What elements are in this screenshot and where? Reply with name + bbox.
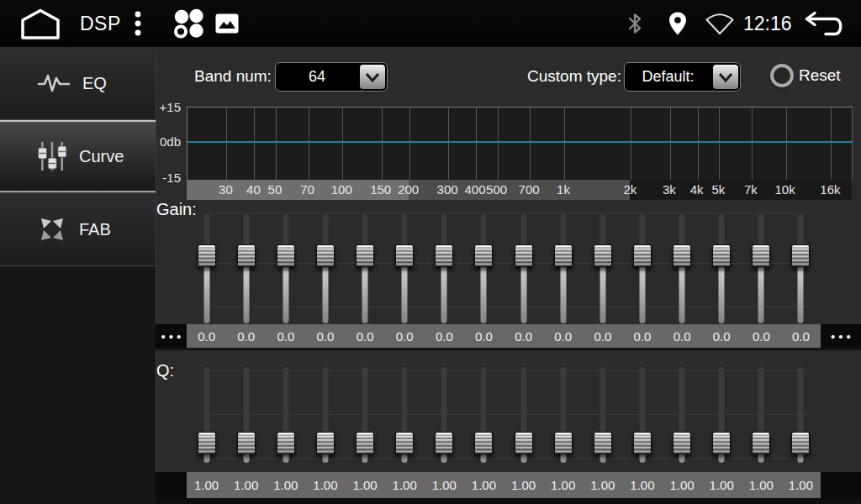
slider-thumb[interactable] bbox=[198, 432, 216, 454]
gain-slider[interactable] bbox=[464, 210, 504, 326]
kebab-menu-button[interactable] bbox=[133, 0, 143, 47]
gain-scroll-right-button[interactable]: ••• bbox=[821, 324, 861, 348]
q-slider[interactable] bbox=[702, 367, 742, 468]
gain-slider[interactable] bbox=[742, 210, 781, 326]
grid-line-200 bbox=[409, 108, 410, 181]
slider-thumb[interactable] bbox=[395, 244, 414, 267]
gain-slider[interactable] bbox=[504, 210, 543, 326]
slider-track-upper bbox=[719, 367, 725, 436]
gain-slider[interactable] bbox=[583, 210, 622, 326]
gain-scroll-left-button[interactable]: ••• bbox=[156, 324, 187, 348]
slider-track-lower bbox=[520, 265, 526, 323]
slider-track-lower bbox=[441, 265, 447, 323]
grid-line-400 bbox=[476, 108, 477, 181]
gain-slider[interactable] bbox=[346, 210, 385, 326]
slider-thumb[interactable] bbox=[673, 244, 691, 267]
gain-slider[interactable] bbox=[425, 210, 464, 326]
slider-thumb[interactable] bbox=[791, 244, 810, 267]
slider-track-upper bbox=[481, 367, 487, 436]
slider-thumb[interactable] bbox=[435, 244, 453, 267]
dsp-app-screen: DSP bbox=[0, 0, 861, 504]
slider-thumb[interactable] bbox=[791, 432, 810, 454]
slider-thumb[interactable] bbox=[712, 244, 731, 267]
slider-thumb[interactable] bbox=[316, 432, 335, 454]
slider-thumb[interactable] bbox=[515, 432, 533, 454]
sidebar-nav: EQ Curve FAB bbox=[0, 47, 156, 504]
gain-slider[interactable] bbox=[781, 210, 821, 326]
gain-slider[interactable] bbox=[266, 210, 305, 326]
slider-thumb[interactable] bbox=[356, 244, 374, 267]
gain-value: 0.0 bbox=[305, 324, 345, 348]
slider-thumb[interactable] bbox=[752, 244, 770, 267]
gain-value: 0.0 bbox=[346, 324, 385, 348]
back-button[interactable] bbox=[803, 0, 845, 47]
gain-slider[interactable] bbox=[663, 210, 702, 326]
q-slider[interactable] bbox=[346, 367, 385, 468]
reset-radio-button[interactable] bbox=[770, 64, 794, 87]
slider-thumb[interactable] bbox=[594, 432, 612, 454]
band-num-select[interactable]: 64 bbox=[275, 62, 388, 92]
apps-button[interactable] bbox=[172, 0, 204, 47]
slider-thumb[interactable] bbox=[515, 244, 533, 267]
slider-thumb[interactable] bbox=[435, 432, 453, 454]
slider-thumb[interactable] bbox=[554, 432, 573, 454]
slider-thumb[interactable] bbox=[594, 244, 612, 267]
gallery-button[interactable] bbox=[215, 0, 239, 47]
slider-thumb[interactable] bbox=[554, 244, 573, 267]
slider-thumb[interactable] bbox=[752, 432, 770, 454]
slider-thumb[interactable] bbox=[633, 244, 652, 267]
slider-thumb[interactable] bbox=[474, 244, 493, 267]
q-slider[interactable] bbox=[583, 367, 622, 468]
gain-slider[interactable] bbox=[385, 210, 425, 326]
chevron-down-icon bbox=[718, 71, 733, 83]
q-slider[interactable] bbox=[266, 367, 305, 468]
q-slider[interactable] bbox=[543, 367, 583, 468]
q-slider[interactable] bbox=[663, 367, 702, 468]
q-value: 1.00 bbox=[583, 472, 622, 498]
q-scroll-left-button[interactable] bbox=[156, 472, 187, 498]
q-slider[interactable] bbox=[622, 367, 662, 468]
custom-type-dropdown-button[interactable] bbox=[713, 65, 738, 89]
gain-slider[interactable] bbox=[305, 210, 345, 326]
sidebar-item-fab[interactable]: FAB bbox=[0, 193, 156, 266]
slider-thumb[interactable] bbox=[474, 432, 493, 454]
band-num-dropdown-button[interactable] bbox=[360, 65, 385, 89]
slider-thumb[interactable] bbox=[237, 244, 256, 267]
sliders-icon bbox=[37, 140, 67, 172]
q-slider[interactable] bbox=[504, 367, 543, 468]
slider-track-upper bbox=[322, 367, 328, 436]
q-slider[interactable] bbox=[305, 367, 345, 468]
slider-thumb[interactable] bbox=[277, 432, 295, 454]
q-slider[interactable] bbox=[226, 367, 266, 468]
slider-thumb[interactable] bbox=[198, 244, 216, 267]
gain-value: 0.0 bbox=[266, 324, 305, 348]
gain-slider[interactable] bbox=[622, 210, 662, 326]
slider-thumb[interactable] bbox=[712, 432, 731, 454]
slider-track-upper bbox=[639, 367, 645, 436]
q-slider[interactable] bbox=[464, 367, 504, 468]
q-value: 1.00 bbox=[702, 472, 742, 498]
slider-thumb[interactable] bbox=[316, 244, 335, 267]
slider-thumb[interactable] bbox=[277, 244, 295, 267]
q-value: 1.00 bbox=[663, 472, 702, 498]
slider-thumb[interactable] bbox=[356, 432, 374, 454]
gain-slider[interactable] bbox=[226, 210, 266, 326]
q-slider[interactable] bbox=[187, 367, 226, 468]
home-button[interactable] bbox=[18, 0, 62, 47]
q-slider[interactable] bbox=[425, 367, 464, 468]
q-slider[interactable] bbox=[385, 367, 425, 468]
home-icon bbox=[18, 7, 62, 40]
gain-slider[interactable] bbox=[702, 210, 742, 326]
q-slider[interactable] bbox=[781, 367, 821, 468]
slider-thumb[interactable] bbox=[395, 432, 414, 454]
slider-thumb[interactable] bbox=[237, 432, 256, 454]
bottom-separator bbox=[156, 498, 861, 504]
gain-slider[interactable] bbox=[187, 210, 226, 326]
q-slider[interactable] bbox=[742, 367, 781, 468]
q-scroll-right-button[interactable] bbox=[821, 472, 861, 498]
bluetooth-icon bbox=[626, 11, 644, 36]
gain-slider[interactable] bbox=[543, 210, 583, 326]
slider-thumb[interactable] bbox=[633, 432, 652, 454]
custom-type-select[interactable]: Default: bbox=[624, 62, 741, 92]
slider-thumb[interactable] bbox=[673, 432, 691, 454]
